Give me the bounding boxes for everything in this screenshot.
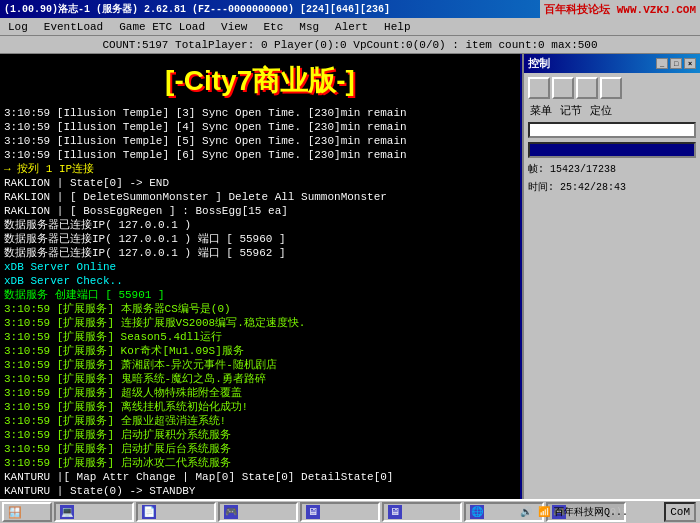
website-label: 百年科技论坛 WWW.VZKJ.COM xyxy=(540,0,700,18)
menu-msg[interactable]: Msg xyxy=(295,21,323,33)
log-line: 3:10:59 [Illusion Temple] [6] Sync Open … xyxy=(4,148,516,162)
taskbar-label-1: 英设说明... xyxy=(158,505,216,519)
stop-button[interactable]: ■ xyxy=(552,77,574,99)
menu-bar: Log EventLoad Game ETC Load View Etc Msg… xyxy=(0,18,700,36)
status-time: 时间: 25:42/28:43 xyxy=(528,180,626,194)
log-line: 数据服务器已连接IP( 127.0.0.1 ) 端口 [ 55962 ] xyxy=(4,246,516,260)
log-line: RAKLION | [ DeleteSummonMonster ] Delete… xyxy=(4,190,516,204)
stats-bar: COUNT:5197 TotalPlayer: 0 Player(0):0 Vp… xyxy=(0,36,700,54)
log-line: 3:10:59 [扩展服务] 全服业超强消连系统! xyxy=(4,414,516,428)
tray-icon-volume: 📶 xyxy=(536,504,552,520)
control-title-label: 控制 xyxy=(528,56,550,71)
progress-inner xyxy=(530,144,694,156)
taskbar: 🪟 开始 💻 D:\MuOnline... 📄 英设说明... 🎮 奇迹Mu数.… xyxy=(0,499,700,523)
log-line: 数据服务器已连接IP( 127.0.0.1 ) xyxy=(4,218,516,232)
log-line: 3:10:59 [Illusion Temple] [5] Sync Open … xyxy=(4,134,516,148)
control-input[interactable] xyxy=(528,122,696,138)
taskbar-item-1[interactable]: 📄 英设说明... xyxy=(136,502,216,522)
menu-log[interactable]: Log xyxy=(4,21,32,33)
log-line: 数据服务 创建端口 [ 55901 ] xyxy=(4,288,516,302)
log-line: 3:10:59 [扩展服务] 连接扩展服VS2008编写.稳定速度快. xyxy=(4,316,516,330)
task-icon-5: 🌐 xyxy=(470,505,484,519)
taskbar-label-4: Data Server... xyxy=(404,507,462,518)
task-icon-4: 🖥 xyxy=(388,505,402,519)
log-line: 3:10:59 [扩展服务] 本服务器CS编号是(0) xyxy=(4,302,516,316)
main-log-area: [-City7商业版-] 3:10:59 [Illusion Temple] [… xyxy=(0,54,520,499)
control-title-bar: 控制 _ □ × xyxy=(524,54,700,73)
log-line: RAKLION | [ BossEggRegen ] : BossEgg[15 … xyxy=(4,204,516,218)
close-icon-btn[interactable]: ⊠ xyxy=(600,77,622,99)
control-input-area[interactable] xyxy=(528,122,696,138)
log-line: 3:10:59 [扩展服务] 鬼暗系统-魔幻之岛.勇者路碎 xyxy=(4,372,516,386)
control-window-controls[interactable]: _ □ × xyxy=(656,58,696,69)
ctrl-menu-locate[interactable]: 定位 xyxy=(588,103,614,118)
control-body: ▶ ■ ⊟ ⊠ 菜单 记节 定位 帧: 15423/17238 时间: 25:4… xyxy=(524,73,700,198)
menu-eventload[interactable]: EventLoad xyxy=(40,21,107,33)
log-line: 3:10:59 [扩展服务] Season5.4dll运行 xyxy=(4,330,516,344)
play-button[interactable]: ▶ xyxy=(528,77,550,99)
ctrl-maximize[interactable]: □ xyxy=(670,58,682,69)
log-line: 3:10:59 [扩展服务] 离线挂机系统初始化成功! xyxy=(4,400,516,414)
minus-button[interactable]: ⊟ xyxy=(576,77,598,99)
menu-view[interactable]: View xyxy=(217,21,251,33)
window-title: (1.00.90)洛志-1 (服务器) 2.62.81 (FZ---000000… xyxy=(4,2,390,16)
log-line: 3:10:59 [Illusion Temple] [3] Sync Open … xyxy=(4,106,516,120)
start-label: 开始 xyxy=(24,505,46,520)
tray-icon-network: 🔊 xyxy=(518,504,534,520)
menu-alert[interactable]: Alert xyxy=(331,21,372,33)
clock-time: CoM xyxy=(670,506,690,518)
log-line: 3:10:59 [扩展服务] 启动冰攻二代系统服务 xyxy=(4,456,516,470)
start-icon: 🪟 xyxy=(8,506,22,519)
control-status: 帧: 15423/17238 时间: 25:42/28:43 xyxy=(528,162,696,194)
task-icon-0: 💻 xyxy=(60,505,74,519)
ctrl-menu-menu[interactable]: 菜单 xyxy=(528,103,554,118)
taskbar-item-4[interactable]: 🖥 Data Server... xyxy=(382,502,462,522)
menu-game-etc[interactable]: Game ETC Load xyxy=(115,21,209,33)
server-title: [-City7商业版-] xyxy=(0,54,520,104)
log-area: 3:10:59 [Illusion Temple] [3] Sync Open … xyxy=(0,104,520,499)
system-tray: 🔊 📶 百年科技网Q... xyxy=(518,504,628,520)
control-progress-bar xyxy=(528,142,696,158)
taskbar-label-3: Data Server... xyxy=(322,507,380,518)
control-panel: 控制 _ □ × ▶ ■ ⊟ ⊠ 菜单 记节 定位 帧: 15423/17238… xyxy=(522,54,700,499)
control-menu-bar: 菜单 记节 定位 xyxy=(528,103,696,118)
taskbar-label-2: 奇迹Mu数... xyxy=(240,505,298,519)
taskbar-clock: CoM xyxy=(664,502,696,522)
stats-text: COUNT:5197 TotalPlayer: 0 Player(0):0 Vp… xyxy=(102,39,597,51)
task-icon-3: 🖥 xyxy=(306,505,320,519)
log-line: 3:10:59 [Illusion Temple] [4] Sync Open … xyxy=(4,120,516,134)
log-line: → 按列 1 IP连接 xyxy=(4,162,516,176)
taskbar-item-2[interactable]: 🎮 奇迹Mu数... xyxy=(218,502,298,522)
log-line: KANTURU |[ Map Attr Change | Map[0] Stat… xyxy=(4,470,516,484)
log-line: KANTURU | State(0) -> STANDBY xyxy=(4,484,516,498)
taskbar-item-0[interactable]: 💻 D:\MuOnline... xyxy=(54,502,134,522)
start-button[interactable]: 🪟 开始 xyxy=(2,502,52,522)
log-line: 3:10:59 [扩展服务] 启动扩展后台系统服务 xyxy=(4,442,516,456)
control-icon-row: ▶ ■ ⊟ ⊠ xyxy=(528,77,696,99)
menu-etc[interactable]: Etc xyxy=(259,21,287,33)
task-icon-2: 🎮 xyxy=(224,505,238,519)
menu-help[interactable]: Help xyxy=(380,21,414,33)
taskbar-item-3[interactable]: 🖥 Data Server... xyxy=(300,502,380,522)
log-line: 3:10:59 [扩展服务] 超级人物特殊能附全覆盖 xyxy=(4,386,516,400)
log-line: xDB Server Online xyxy=(4,260,516,274)
ctrl-minimize[interactable]: _ xyxy=(656,58,668,69)
log-line: 3:10:59 [扩展服务] 启动扩展积分系统服务 xyxy=(4,428,516,442)
status-frame: 帧: 15423/17238 xyxy=(528,162,616,176)
ctrl-close[interactable]: × xyxy=(684,58,696,69)
log-line: RAKLION | State[0] -> END xyxy=(4,176,516,190)
task-icon-1: 📄 xyxy=(142,505,156,519)
tray-time: 百年科技网Q... xyxy=(554,505,628,519)
ctrl-menu-record[interactable]: 记节 xyxy=(558,103,584,118)
log-line: 3:10:59 [扩展服务] 萧湘剧本-异次元事件-随机剧店 xyxy=(4,358,516,372)
log-line: 3:10:59 [扩展服务] Kor奇术[Mu1.09S]服务 xyxy=(4,344,516,358)
taskbar-label-0: D:\MuOnline... xyxy=(76,507,134,518)
log-line: 数据服务器已连接IP( 127.0.0.1 ) 端口 [ 55960 ] xyxy=(4,232,516,246)
log-line: xDB Server Check.. xyxy=(4,274,516,288)
